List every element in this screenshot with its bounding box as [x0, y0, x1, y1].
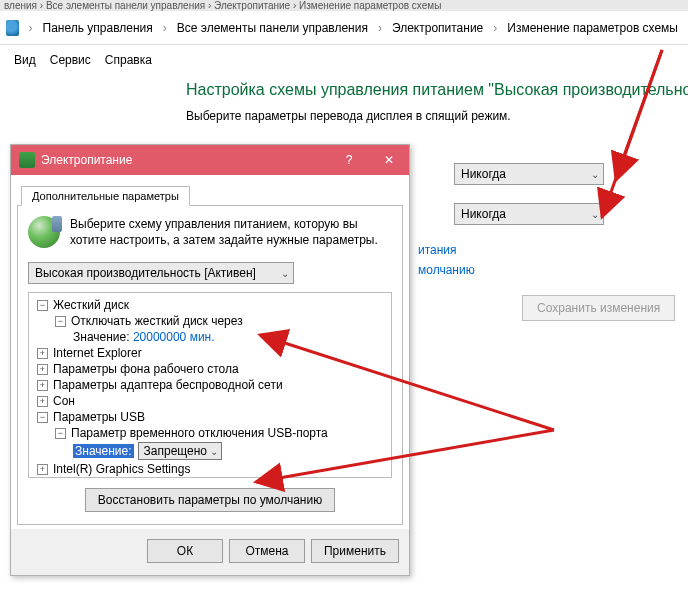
collapse-icon[interactable]: −	[37, 412, 48, 423]
collapse-icon[interactable]: −	[55, 316, 66, 327]
chevron-right-icon: ›	[376, 21, 384, 35]
expand-icon[interactable]: +	[37, 396, 48, 407]
menu-service[interactable]: Сервис	[50, 53, 91, 67]
battery-icon	[19, 152, 35, 168]
tree-desktop-bg[interactable]: + Параметры фона рабочего стола	[31, 361, 389, 377]
chevron-down-icon: ⌄	[281, 268, 289, 279]
chevron-down-icon: ⌄	[591, 169, 599, 180]
chevron-right-icon: ›	[27, 21, 35, 35]
tree-wifi[interactable]: + Параметры адаптера беспроводной сети	[31, 377, 389, 393]
breadcrumb-item[interactable]: Все элементы панели управления	[173, 18, 372, 38]
tree-usb-suspend[interactable]: − Параметр временного отключения USB-пор…	[31, 425, 389, 441]
collapse-icon[interactable]: −	[55, 428, 66, 439]
tree-hdd-value[interactable]: Значение: 20000000 мин.	[31, 329, 389, 345]
dialog-buttons: ОК Отмена Применить	[11, 529, 409, 575]
page-title: Настройка схемы управления питанием "Выс…	[186, 81, 688, 99]
collapse-icon[interactable]: −	[37, 300, 48, 311]
settings-tree[interactable]: − Жесткий диск − Отключать жесткий диск …	[28, 292, 392, 478]
tree-sleep[interactable]: + Сон	[31, 393, 389, 409]
select-value: Никогда	[461, 167, 506, 181]
select-value: Запрещено	[144, 444, 207, 458]
menu-view[interactable]: Вид	[14, 53, 36, 67]
dialog-intro: Выберите схему управления питанием, кото…	[70, 216, 392, 248]
hdd-value-link[interactable]: 20000000 мин.	[133, 330, 215, 344]
chevron-down-icon: ⌄	[591, 209, 599, 220]
sleep-timeout-select[interactable]: Никогда ⌄	[454, 203, 604, 225]
expand-icon[interactable]: +	[37, 380, 48, 391]
tree-usb[interactable]: − Параметры USB	[31, 409, 389, 425]
control-panel-icon	[6, 20, 19, 36]
tree-ie[interactable]: + Internet Explorer	[31, 345, 389, 361]
select-value: Никогда	[461, 207, 506, 221]
menu-bar: Вид Сервис Справка	[0, 45, 688, 81]
apply-button[interactable]: Применить	[311, 539, 399, 563]
breadcrumb-item[interactable]: Панель управления	[39, 18, 157, 38]
expand-icon[interactable]: +	[37, 348, 48, 359]
breadcrumb: › Панель управления › Все элементы панел…	[0, 11, 688, 45]
window-title-partial: вления › Все элементы панели управления …	[0, 0, 688, 11]
tree-intel[interactable]: + Intel(R) Graphics Settings	[31, 461, 389, 477]
power-options-dialog: Электропитание ? ✕ Дополнительные параме…	[10, 144, 410, 576]
usb-value-label: Значение:	[73, 444, 134, 458]
close-button[interactable]: ✕	[369, 145, 409, 175]
chevron-right-icon: ›	[491, 21, 499, 35]
dialog-titlebar[interactable]: Электропитание ? ✕	[11, 145, 409, 175]
breadcrumb-item[interactable]: Электропитание	[388, 18, 487, 38]
menu-help[interactable]: Справка	[105, 53, 152, 67]
expand-icon[interactable]: +	[37, 364, 48, 375]
breadcrumb-item[interactable]: Изменение параметров схемы	[503, 18, 682, 38]
help-button[interactable]: ?	[329, 145, 369, 175]
ok-button[interactable]: ОК	[147, 539, 223, 563]
usb-value-select[interactable]: Запрещено ⌄	[138, 442, 222, 460]
tree-hdd-off[interactable]: − Отключать жесткий диск через	[31, 313, 389, 329]
restore-defaults-button[interactable]: Восстановить параметры по умолчанию	[85, 488, 335, 512]
chevron-right-icon: ›	[161, 21, 169, 35]
save-changes-button: Сохранить изменения	[522, 295, 675, 321]
dialog-title: Электропитание	[41, 153, 132, 167]
page-subtitle: Выберите параметры перевода дисплея в сп…	[186, 109, 688, 123]
expand-icon[interactable]: +	[37, 464, 48, 475]
display-timeout-select[interactable]: Никогда ⌄	[454, 163, 604, 185]
tree-hdd[interactable]: − Жесткий диск	[31, 297, 389, 313]
power-plan-icon	[28, 216, 60, 248]
select-value: Высокая производительность [Активен]	[35, 266, 256, 280]
cancel-button[interactable]: Отмена	[229, 539, 305, 563]
tree-usb-value[interactable]: Значение: Запрещено ⌄	[31, 441, 389, 461]
tab-advanced[interactable]: Дополнительные параметры	[21, 186, 190, 206]
chevron-down-icon: ⌄	[210, 446, 218, 457]
power-scheme-select[interactable]: Высокая производительность [Активен] ⌄	[28, 262, 294, 284]
